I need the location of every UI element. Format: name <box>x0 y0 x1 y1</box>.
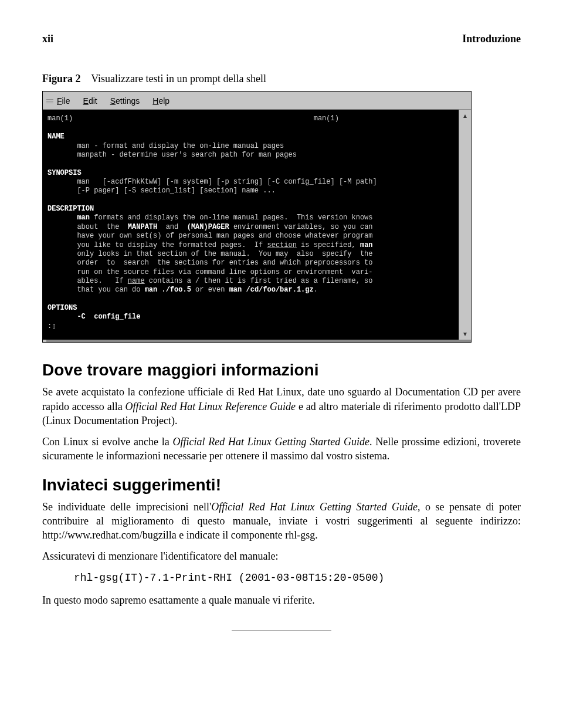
terminal-output: man(1) man(1) NAME man - format and disp… <box>43 110 459 340</box>
manual-identifier-code: rhl-gsg(IT)-7.1-Print-RHI (2001-03-08T15… <box>74 571 521 585</box>
page-header: xii Introduzione <box>42 32 521 46</box>
footer-divider <box>232 631 331 631</box>
section-heading-feedback: Inviateci suggerimenti! <box>42 474 521 496</box>
paragraph: In questo modo sapremo esattamente a qua… <box>42 593 521 607</box>
terminal-cursor-icon: ▯ <box>52 322 56 330</box>
section-heading-info: Dove trovare maggiori informazioni <box>42 359 521 381</box>
page-section-title: Introduzione <box>462 32 521 46</box>
figure-caption: Figura 2 Visualizzare testi in un prompt… <box>42 72 521 86</box>
menu-file[interactable]: File <box>57 96 70 107</box>
menu-help[interactable]: Help <box>152 96 169 107</box>
paragraph: Assicuratevi di menzionare l'identificat… <box>42 549 521 563</box>
paragraph: Con Linux si evolve anche la Official Re… <box>42 435 521 463</box>
paragraph: Se individuate delle imprecisioni nell'O… <box>42 500 521 543</box>
terminal-scrollbar[interactable]: ▴ ▾ <box>459 110 471 340</box>
window-handle-icon <box>46 96 53 107</box>
figure-label: Figura 2 <box>42 73 81 84</box>
figure-caption-text: Visualizzare testi in un prompt della sh… <box>91 73 266 84</box>
menu-settings[interactable]: Settings <box>110 96 140 107</box>
page-number: xii <box>42 32 53 46</box>
terminal-menubar: File Edit Settings Help <box>43 94 471 110</box>
terminal-window: File Edit Settings Help man(1) man(1) NA… <box>42 91 472 343</box>
scroll-up-icon[interactable]: ▴ <box>463 110 467 121</box>
menu-edit[interactable]: Edit <box>83 96 97 107</box>
scroll-down-icon[interactable]: ▾ <box>463 328 467 340</box>
paragraph: Se avete acquistato la confezione uffici… <box>42 385 521 428</box>
